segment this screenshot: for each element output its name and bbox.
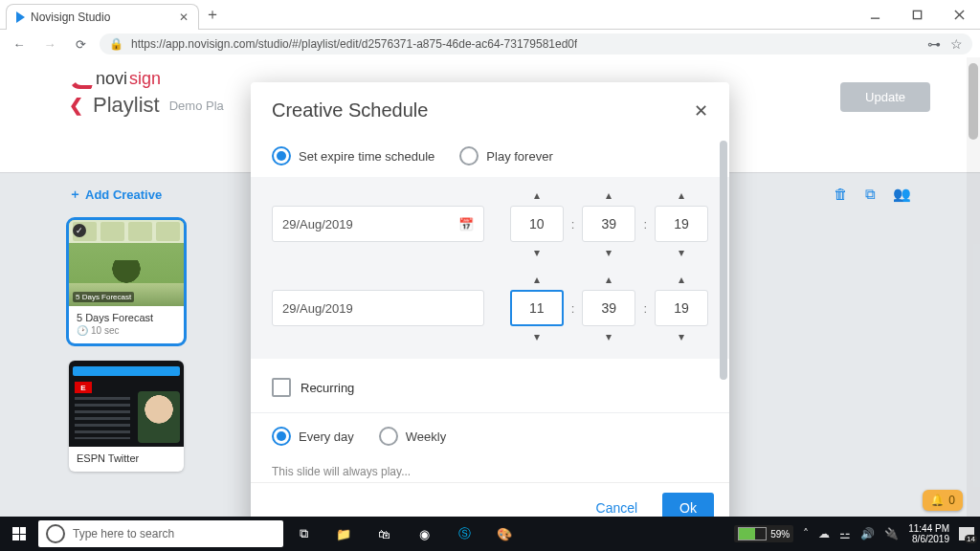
action-center-badge: 14: [965, 535, 977, 543]
modal-scrollbar[interactable]: [720, 133, 727, 482]
window-maximize-button[interactable]: [896, 0, 938, 29]
power-icon[interactable]: 🔌: [884, 527, 899, 540]
nav-back-button[interactable]: ←: [8, 33, 31, 55]
browser-titlebar: Novisign Studio ✕ ＋: [0, 0, 980, 30]
start-hour-input[interactable]: [510, 206, 564, 242]
add-creative-label: Add Creative: [85, 187, 162, 202]
end-second-input[interactable]: [655, 290, 708, 326]
tab-favicon: [16, 11, 25, 23]
key-icon[interactable]: ⊶: [927, 36, 941, 52]
ok-button[interactable]: Ok: [662, 493, 714, 517]
creative-duration: 🕑10 sec: [77, 325, 176, 336]
system-tray[interactable]: ˄ ☁ ⚍ 🔊 🔌: [803, 527, 899, 541]
start-button[interactable]: [0, 517, 38, 551]
chevron-up-icon[interactable]: ▴: [598, 187, 619, 204]
file-explorer-icon[interactable]: 📁: [323, 517, 364, 551]
tray-chevron-up-icon[interactable]: ˄: [803, 527, 809, 540]
start-date-field[interactable]: 29/Aug/2019 📅: [272, 206, 484, 242]
window-close-button[interactable]: [938, 0, 980, 29]
plus-icon: ＋: [69, 186, 81, 203]
start-date-value: 29/Aug/2019: [282, 217, 353, 231]
battery-indicator[interactable]: 59%: [734, 525, 793, 542]
wifi-icon[interactable]: ⚍: [839, 527, 851, 541]
radio-play-forever[interactable]: Play forever: [459, 146, 552, 165]
creative-schedule-modal: Creative Schedule ✕ Set expire time sche…: [251, 82, 729, 517]
creative-title: 5 Days Forecast: [77, 312, 176, 323]
clock-date: 8/6/2019: [908, 534, 949, 544]
creative-card[interactable]: ✓ 5 Days Forecast 5 Days Forecast 🕑10 se…: [69, 220, 184, 343]
playlist-name: Demo Pla: [169, 99, 224, 113]
cancel-button[interactable]: Cancel: [579, 493, 656, 517]
radio-every-day[interactable]: Every day: [272, 427, 354, 446]
radio-label: Weekly: [406, 430, 446, 444]
chevron-down-icon[interactable]: ▾: [671, 244, 692, 261]
onedrive-icon[interactable]: ☁: [818, 527, 830, 540]
taskbar-search[interactable]: Type here to search: [38, 520, 283, 547]
modal-title: Creative Schedule: [272, 99, 428, 121]
schedule-hint: This slide will always play...: [272, 457, 708, 482]
calendar-icon[interactable]: 📅: [458, 217, 474, 231]
bell-icon: 🔔: [930, 494, 945, 507]
end-date-field[interactable]: 29/Aug/2019: [272, 290, 484, 326]
chevron-down-icon[interactable]: ▾: [526, 244, 547, 261]
chevron-up-icon[interactable]: ▴: [526, 187, 547, 204]
chevron-up-icon[interactable]: ▴: [671, 271, 692, 288]
recurring-checkbox[interactable]: Recurring: [272, 363, 708, 412]
end-minute-input[interactable]: [582, 290, 635, 326]
url-text: https://app.novisign.com/studio/#/playli…: [131, 37, 577, 51]
notification-badge[interactable]: 🔔 0: [923, 490, 963, 511]
volume-icon[interactable]: 🔊: [860, 527, 875, 540]
creative-card[interactable]: E ESPN Twitter: [69, 361, 184, 472]
chevron-down-icon[interactable]: ▾: [598, 244, 619, 261]
clock-icon: 🕑: [77, 325, 88, 336]
radio-expire-schedule[interactable]: Set expire time schedule: [272, 146, 434, 165]
chevron-up-icon[interactable]: ▴: [598, 271, 619, 288]
radio-weekly[interactable]: Weekly: [379, 427, 446, 446]
chevron-down-icon[interactable]: ▾: [526, 328, 547, 345]
time-separator: :: [643, 217, 647, 231]
taskbar-clock[interactable]: 11:44 PM 8/6/2019: [908, 523, 949, 544]
nav-reload-button[interactable]: ⟳: [69, 33, 92, 55]
page-scrollbar[interactable]: [967, 57, 980, 517]
start-minute-input[interactable]: [582, 206, 635, 242]
store-icon[interactable]: 🛍: [364, 517, 404, 551]
radio-icon: [272, 146, 291, 165]
trash-icon[interactable]: 🗑: [834, 186, 848, 203]
chrome-icon[interactable]: ◉: [404, 517, 444, 551]
logo-text-b: sign: [129, 69, 161, 89]
new-tab-button[interactable]: ＋: [205, 5, 220, 25]
breadcrumb-back-icon[interactable]: ❮: [69, 95, 83, 116]
tab-close-icon[interactable]: ✕: [179, 11, 189, 24]
time-separator: :: [571, 301, 575, 316]
creative-thumbnail: E: [69, 361, 184, 447]
browser-toolbar: ← → ⟳ 🔒 https://app.novisign.com/studio/…: [0, 30, 980, 59]
chevron-down-icon[interactable]: ▾: [598, 328, 619, 345]
end-date-value: 29/Aug/2019: [282, 301, 353, 316]
chevron-down-icon[interactable]: ▾: [671, 328, 692, 345]
svg-rect-1: [913, 11, 921, 18]
thumbnail-banner: 5 Days Forecast: [73, 292, 134, 302]
notification-count: 0: [948, 494, 955, 507]
start-second-input[interactable]: [655, 206, 708, 242]
modal-close-icon[interactable]: ✕: [694, 100, 708, 121]
chevron-up-icon[interactable]: ▴: [671, 187, 692, 204]
copy-icon[interactable]: ⧉: [865, 186, 876, 203]
address-bar[interactable]: 🔒 https://app.novisign.com/studio/#/play…: [100, 33, 972, 55]
window-controls: [854, 0, 980, 29]
nav-forward-button[interactable]: →: [38, 33, 61, 55]
cortana-icon: [46, 524, 65, 543]
browser-tab[interactable]: Novisign Studio ✕: [6, 4, 199, 30]
chevron-up-icon[interactable]: ▴: [526, 271, 547, 288]
update-button[interactable]: Update: [840, 82, 930, 112]
add-creative-button[interactable]: ＋ Add Creative: [69, 186, 162, 203]
skype-icon[interactable]: Ⓢ: [444, 517, 484, 551]
logo-text-a: novi: [96, 69, 127, 89]
creative-toolbar: 🗑 ⧉ 👥: [834, 186, 911, 203]
bookmark-star-icon[interactable]: ☆: [950, 36, 963, 52]
end-hour-input[interactable]: [510, 290, 564, 326]
window-minimize-button[interactable]: [854, 0, 896, 29]
task-view-icon[interactable]: ⧉: [283, 517, 323, 551]
action-center-icon[interactable]: 14: [959, 527, 974, 540]
paint-icon[interactable]: 🎨: [484, 517, 524, 551]
group-icon[interactable]: 👥: [893, 186, 911, 203]
